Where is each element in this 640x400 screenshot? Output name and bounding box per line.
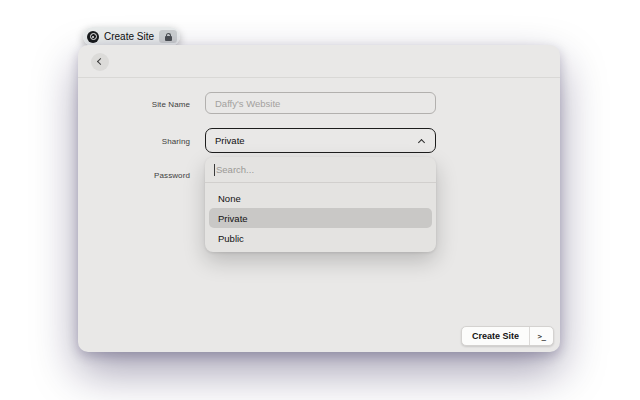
password-label: Password	[98, 171, 190, 180]
tab-title: Create Site	[104, 31, 154, 42]
site-name-input[interactable]	[205, 92, 436, 114]
window-title-tab[interactable]: Create Site	[83, 27, 180, 46]
sharing-dropdown-panel: None Private Public	[205, 157, 436, 252]
terminal-button[interactable]: >_	[530, 327, 553, 345]
dropdown-search-input[interactable]	[205, 157, 436, 182]
footer-button-group: Create Site >_	[461, 326, 554, 346]
dropdown-options-list: None Private Public	[205, 183, 436, 252]
create-site-window: Site Name Sharing Private Password None …	[78, 45, 560, 352]
dropdown-search-row	[205, 157, 436, 183]
dropdown-option-none[interactable]: None	[209, 188, 432, 208]
sharing-select[interactable]: Private	[205, 128, 436, 153]
sharing-label: Sharing	[98, 137, 190, 146]
sharing-selected-value: Private	[215, 135, 245, 146]
dropdown-option-public[interactable]: Public	[209, 228, 432, 248]
window-header	[78, 45, 560, 78]
text-cursor	[214, 164, 215, 176]
desktop-background: Create Site Site Name Sharing Private Pa…	[0, 0, 640, 400]
app-icon	[87, 31, 99, 43]
site-name-label: Site Name	[98, 100, 190, 109]
create-site-button[interactable]: Create Site	[462, 327, 529, 345]
back-button[interactable]	[91, 53, 109, 71]
dropdown-option-private[interactable]: Private	[209, 208, 432, 228]
chevron-left-icon	[97, 58, 104, 65]
privacy-lock-button[interactable]	[159, 30, 177, 43]
chevron-up-icon	[418, 139, 425, 146]
